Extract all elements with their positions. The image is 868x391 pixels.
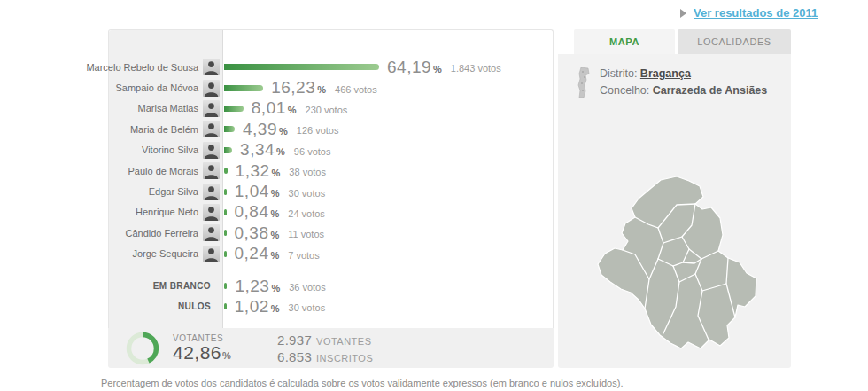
turnout-donut-chart: [126, 332, 159, 365]
turnout-percent: 42,86: [173, 342, 221, 364]
percent-sign-icon: %: [270, 208, 279, 219]
district-link[interactable]: Bragança: [640, 67, 691, 80]
result-votes: 126 votos: [297, 125, 339, 136]
result-bar: [224, 85, 263, 91]
registered-label: INSCRITOS: [316, 353, 373, 364]
bar-cell: 0,38 % 11 votos: [222, 223, 324, 243]
candidate-avatar: [203, 100, 220, 117]
results-2011-link-row: Ver resultados de 2011: [680, 6, 818, 20]
bar-cell: 1,23 % 36 votos: [222, 277, 326, 296]
result-percent: 1,04: [235, 182, 269, 201]
turnout-strip: VOTANTES 42,86 % 2.937 VOTANTES 6.853 IN…: [108, 328, 554, 368]
candidate-avatar: [203, 246, 220, 262]
name-cell: Sampaio da Nóvoa: [109, 80, 222, 97]
result-bar: [224, 168, 228, 174]
result-row: Henrique Neto 0,84 % 24 votos: [109, 202, 553, 223]
name-cell: Paulo de Morais: [109, 162, 222, 179]
candidate-name: EM BRANCO: [153, 281, 211, 291]
candidate-name: Sampaio da Nóvoa: [115, 82, 198, 93]
percent-sign-icon: %: [271, 303, 280, 314]
map-panel-body: Distrito: Bragança Concelho: Carrazeda d…: [558, 54, 791, 368]
result-percent: 1,23: [235, 277, 269, 296]
candidate-avatar: [203, 224, 220, 241]
municipality-value: Carrazeda de Ansiães: [653, 84, 767, 97]
candidate-avatar: [203, 204, 220, 221]
result-votes: 230 votos: [306, 105, 348, 115]
result-percent: 0,38: [235, 223, 269, 243]
name-cell: EM BRANCO: [109, 281, 222, 291]
tab-localidades[interactable]: LOCALIDADES: [678, 29, 791, 54]
result-percent: 3,34: [240, 140, 275, 160]
result-votes: 11 votos: [288, 229, 324, 239]
result-row: Vitorino Silva 3,34 % 96 votos: [109, 140, 553, 160]
district-line: Distrito: Bragança: [600, 66, 767, 82]
name-cell: Marisa Matias: [109, 100, 222, 117]
result-votes: 38 votos: [289, 167, 326, 177]
results-2011-link[interactable]: Ver resultados de 2011: [694, 6, 818, 20]
candidate-avatar: [203, 59, 220, 75]
candidate-name: Maria de Belém: [130, 124, 198, 135]
special-rows-block: EM BRANCO 1,23 % 36 votos NULOS 1,02 % 3…: [109, 276, 553, 317]
voters-stat: 2.937 VOTANTES: [277, 332, 373, 348]
result-votes: 96 votos: [294, 146, 331, 157]
name-cell: NULOS: [109, 301, 222, 311]
candidate-name: Vitorino Silva: [142, 145, 198, 155]
bar-cell: 0,24 % 7 votos: [222, 244, 320, 263]
results-panel: Marcelo Rebelo de Sousa 64,19 % 1.843 vo…: [108, 29, 554, 368]
result-row: Marisa Matias 8,01 % 230 votos: [109, 98, 553, 119]
candidate-avatar: [203, 80, 220, 97]
candidate-name: Jorge Sequeira: [132, 248, 198, 259]
result-row: Maria de Belém 4,39 % 126 votos: [109, 119, 553, 139]
voters-label: VOTANTES: [316, 336, 371, 347]
special-result-row: NULOS 1,02 % 30 votos: [109, 296, 553, 317]
map-panel: MAPALOCALIDADES Distrito: Bragança Conce…: [558, 29, 791, 368]
municipality-line: Concelho: Carrazeda de Ansiães: [600, 82, 767, 99]
name-cell: Vitorino Silva: [109, 142, 222, 159]
candidate-name: NULOS: [178, 301, 211, 311]
special-result-row: EM BRANCO 1,23 % 36 votos: [109, 276, 553, 296]
result-row: Jorge Sequeira 0,24 % 7 votos: [109, 244, 553, 264]
result-votes: 24 votos: [288, 208, 325, 219]
percent-sign-icon: %: [279, 126, 288, 137]
result-bar: [224, 147, 232, 153]
municipality-shape[interactable]: [598, 176, 756, 348]
percent-sign-icon: %: [272, 168, 281, 178]
result-votes: 36 votos: [289, 282, 326, 293]
tab-mapa[interactable]: MAPA: [574, 29, 675, 54]
triangle-right-icon: [680, 9, 686, 18]
result-bar: [224, 106, 244, 112]
registered-value: 6.853: [277, 349, 312, 364]
result-percent: 64,19: [387, 58, 431, 77]
result-row: Edgar Silva 1,04 % 30 votos: [109, 181, 553, 201]
result-row: Cândido Ferreira 0,38 % 11 votos: [109, 223, 553, 243]
result-row: Sampaio da Nóvoa 16,23 % 466 votos: [109, 77, 553, 98]
percent-sign-icon: %: [271, 283, 280, 293]
candidates-chart: Marcelo Rebelo de Sousa 64,19 % 1.843 vo…: [108, 29, 554, 328]
result-percent: 8,01: [252, 98, 286, 118]
name-cell: Edgar Silva: [109, 184, 222, 200]
percent-sign-icon: %: [270, 230, 279, 240]
bar-cell: 0,84 % 24 votos: [222, 202, 325, 222]
bar-cell: 1,04 % 30 votos: [222, 182, 325, 201]
portugal-map-icon: [577, 67, 590, 99]
result-percent: 0,84: [235, 202, 269, 222]
percent-sign-icon: %: [276, 146, 285, 157]
result-votes: 30 votos: [289, 302, 326, 313]
bar-cell: 16,23 % 466 votos: [222, 78, 377, 98]
result-votes: 7 votos: [288, 250, 319, 261]
turnout-percent-sign: %: [222, 350, 231, 361]
candidate-name: Marcelo Rebelo de Sousa: [86, 62, 198, 73]
candidate-avatar: [203, 142, 220, 159]
candidate-avatar: [203, 162, 220, 179]
percent-sign-icon: %: [288, 105, 297, 115]
bar-cell: 8,01 % 230 votos: [222, 98, 347, 118]
percent-sign-icon: %: [271, 188, 280, 199]
result-bar: [224, 189, 227, 195]
result-bar: [224, 230, 227, 236]
candidate-name: Paulo de Morais: [128, 166, 199, 176]
footer-note: Percentagem de votos dos candidatos é ca…: [101, 378, 623, 388]
bar-cell: 64,19 % 1.843 votos: [222, 58, 501, 77]
candidate-avatar: [203, 184, 220, 200]
municipality-map[interactable]: [595, 175, 759, 352]
result-percent: 16,23: [271, 78, 315, 98]
